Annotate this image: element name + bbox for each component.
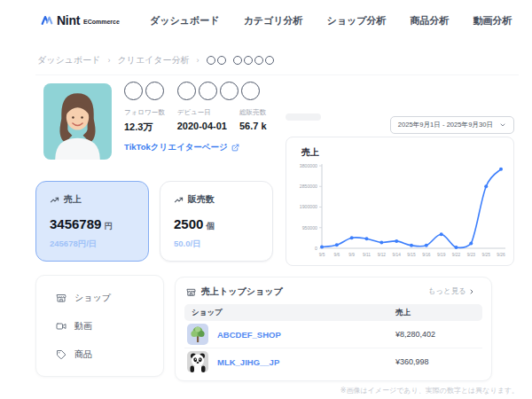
logo-suffix-text: ECommerce (83, 19, 120, 25)
svg-text:9/19: 9/19 (437, 253, 446, 257)
chart-mini-placeholder (286, 113, 321, 121)
nint-logo[interactable]: Nint ECommerce (40, 13, 120, 27)
breadcrumb-separator: › (197, 56, 200, 65)
svg-text:2850000: 2850000 (300, 184, 317, 189)
shop-name-link[interactable]: ABCDEF_SHOP (217, 330, 395, 340)
name-circle (220, 82, 239, 100)
nint-logo-icon (40, 13, 54, 27)
breadcrumb-item-1[interactable]: クリエイター分析 (117, 54, 189, 66)
breadcrumb-separator: › (107, 56, 110, 65)
nav-item-3[interactable]: 商品分析 (410, 14, 449, 27)
chevron-right-icon (468, 288, 475, 295)
svg-text:9/14: 9/14 (392, 253, 401, 257)
breadcrumb-item-0[interactable]: ダッシュボード (37, 54, 100, 66)
svg-text:9/11: 9/11 (363, 253, 371, 257)
sidebar-item-2[interactable]: 商品 (36, 340, 163, 369)
svg-text:9/22: 9/22 (452, 253, 461, 257)
svg-text:9/26: 9/26 (497, 253, 505, 257)
shop-sales-value: ¥8,280,402 (395, 330, 482, 339)
shop-thumbnail (187, 324, 208, 345)
sales-chart-card: 売上 09500001900000285000038000009/59/69/9… (286, 137, 514, 266)
stat-2: 総販売数56.7 k (239, 108, 267, 134)
metric-card-header: 売上 (50, 193, 135, 206)
metric-card-sales[interactable]: 売上3456789円245678円/日 (35, 181, 149, 262)
metric-card-header: 販売数 (174, 193, 259, 206)
stat-0: フォロワー数12.3万 (124, 108, 165, 134)
stat-label: デビュー日 (177, 108, 227, 117)
sidebar-item-label: 動画 (74, 320, 92, 332)
svg-text:9/9: 9/9 (348, 253, 355, 257)
name-circle (145, 82, 164, 100)
metric-value: 2500個 (174, 216, 259, 232)
metric-unit: 円 (104, 221, 113, 231)
header-divider (35, 74, 519, 75)
logo-brand-text: Nint (57, 13, 80, 27)
svg-text:950000: 950000 (302, 225, 317, 231)
svg-text:9/23: 9/23 (467, 253, 476, 257)
nav-menu: ダッシュボードカテゴリ分析ショップ分析商品分析動画分析クリエイター分析 (150, 14, 532, 27)
creator-stats: フォロワー数12.3万デビュー日2020-04-01総販売数56.7 k (124, 108, 279, 134)
breadcrumb: ダッシュボード›クリエイター分析› (37, 54, 274, 66)
external-link-icon (231, 144, 239, 152)
shop-name-link[interactable]: MLK_JIHG__JP (217, 357, 395, 367)
tiktok-link-label: TikTokクリエイターページ (124, 142, 228, 153)
nav-item-0[interactable]: ダッシュボード (150, 14, 220, 27)
svg-text:9/6: 9/6 (333, 253, 340, 257)
svg-text:1900000: 1900000 (300, 204, 317, 209)
tag-icon (56, 349, 66, 360)
metric-per-day: 50.0/日 (174, 239, 259, 250)
nav-item-4[interactable]: 動画分析 (473, 14, 512, 27)
sales-line-chart[interactable]: 09500001900000285000038000009/59/69/99/1… (292, 160, 510, 262)
top-shops-title: 売上トップショップ (201, 286, 283, 298)
svg-text:3800000: 3800000 (300, 163, 317, 168)
top-shops-card: 売上トップショップ もっと見る ショップ 売上 ABCDEF_SHOP¥8,28… (175, 277, 492, 381)
shop-icon (186, 287, 196, 297)
trending-up-icon (174, 195, 184, 205)
metric-per-day: 245678円/日 (50, 239, 135, 250)
top-nav: Nint ECommerce ダッシュボードカテゴリ分析ショップ分析商品分析動画… (0, 0, 532, 41)
name-circle (254, 56, 263, 65)
sidebar-item-0[interactable]: ショップ (36, 284, 163, 312)
stat-label: フォロワー数 (124, 108, 165, 117)
nav-item-2[interactable]: ショップ分析 (326, 14, 386, 27)
svg-text:9/25: 9/25 (481, 253, 490, 257)
metric-label: 売上 (64, 193, 82, 206)
top-shops-table: ショップ 売上 ABCDEF_SHOP¥8,280,402MLK_JIHG__J… (184, 304, 482, 375)
name-circle (241, 82, 260, 100)
chevron-down-icon (499, 121, 506, 129)
name-circle (233, 56, 242, 65)
top-shops-header: 売上トップショップ もっと見る (176, 278, 491, 304)
stat-value: 56.7 k (239, 121, 267, 131)
video-icon (56, 321, 66, 332)
nav-item-1[interactable]: カテゴリ分析 (243, 14, 302, 27)
shop-sales-value: ¥360,998 (395, 357, 482, 366)
period-value: 2025年9月1日 - 2025年9月30日 (398, 121, 493, 129)
stat-label: 総販売数 (239, 108, 267, 117)
section-sidebar: ショップ動画商品 (35, 275, 164, 377)
see-more-link[interactable]: もっと見る (428, 286, 481, 297)
period-selector[interactable]: 2025年9月1日 - 2025年9月30日 (390, 116, 514, 134)
breadcrumb-current-name (207, 56, 274, 65)
stat-value: 12.3万 (124, 121, 165, 134)
disclaimer-note: ※画像はイメージであり、実際の数字とは異なります。 (340, 386, 519, 395)
column-sales: 売上 (395, 308, 482, 318)
sidebar-item-label: 商品 (74, 348, 92, 361)
trending-up-icon (50, 195, 59, 205)
creator-name-placeholder (124, 82, 260, 100)
stat-1: デビュー日2020-04-01 (177, 108, 227, 134)
name-circle (265, 56, 274, 65)
name-circle (244, 56, 253, 65)
name-circle (124, 82, 143, 100)
metric-unit: 個 (206, 221, 215, 231)
name-circle (207, 56, 215, 65)
tiktok-creator-page-link[interactable]: TikTokクリエイターページ (124, 142, 239, 153)
svg-text:9/15: 9/15 (407, 253, 416, 257)
sidebar-item-1[interactable]: 動画 (36, 312, 163, 340)
metric-card-units[interactable]: 販売数2500個50.0/日 (160, 181, 273, 262)
svg-text:9/12: 9/12 (378, 253, 387, 257)
shop-thumbnail (187, 351, 208, 372)
creator-analytics-page: Nint ECommerce ダッシュボードカテゴリ分析ショップ分析商品分析動画… (0, 0, 532, 399)
creator-avatar (43, 83, 112, 160)
table-row: ABCDEF_SHOP¥8,280,402 (184, 321, 482, 348)
metric-value: 3456789円 (50, 216, 135, 232)
